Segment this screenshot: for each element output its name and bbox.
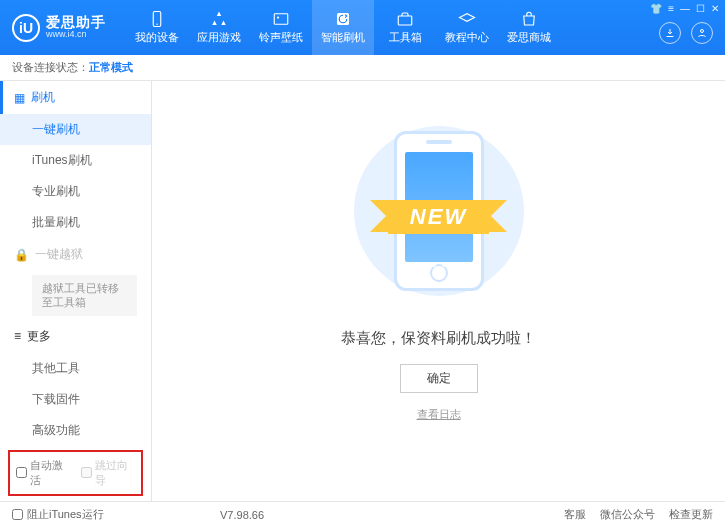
skin-icon[interactable]: 👕 <box>650 3 662 14</box>
download-button[interactable] <box>659 22 681 44</box>
menu-icon[interactable]: ≡ <box>668 3 674 14</box>
app-header: iU 爱思助手 www.i4.cn 我的设备 应用游戏 铃声壁纸 智能刷机 工具… <box>0 0 725 55</box>
new-ribbon: NEW <box>388 200 489 234</box>
ok-button[interactable]: 确定 <box>400 364 478 393</box>
sidebar-item-batch[interactable]: 批量刷机 <box>0 207 151 238</box>
graduation-icon <box>458 10 476 28</box>
jailbreak-note: 越狱工具已转移至工具箱 <box>32 275 137 316</box>
status-label: 设备连接状态： <box>12 60 89 75</box>
more-icon: ≡ <box>14 329 21 343</box>
svg-point-6 <box>701 30 704 33</box>
image-icon <box>272 10 290 28</box>
nav-store[interactable]: 爱思商城 <box>498 0 560 55</box>
auto-activate-checkbox[interactable]: 自动激活 <box>16 458 71 488</box>
logo-block: iU 爱思助手 www.i4.cn <box>0 14 118 42</box>
footer-update[interactable]: 检查更新 <box>669 507 713 522</box>
sidebar: ▦ 刷机 一键刷机 iTunes刷机 专业刷机 批量刷机 🔒 一键越狱 越狱工具… <box>0 81 152 501</box>
window-controls: 👕 ≡ — ☐ ✕ <box>650 3 719 14</box>
svg-rect-5 <box>398 16 412 25</box>
success-message: 恭喜您，保资料刷机成功啦！ <box>341 329 536 348</box>
main-content: NEW 恭喜您，保资料刷机成功啦！ 确定 查看日志 <box>152 81 725 501</box>
close-icon[interactable]: ✕ <box>711 3 719 14</box>
status-mode: 正常模式 <box>89 60 133 75</box>
phone-icon <box>148 10 166 28</box>
success-illustration: NEW <box>339 111 539 311</box>
footer-wechat[interactable]: 微信公众号 <box>600 507 655 522</box>
sidebar-group-more[interactable]: ≡ 更多 <box>0 320 151 353</box>
lock-icon: 🔒 <box>14 248 29 262</box>
logo-icon: iU <box>12 14 40 42</box>
user-button[interactable] <box>691 22 713 44</box>
app-title: 爱思助手 <box>46 15 106 30</box>
flash-icon: ▦ <box>14 91 25 105</box>
sidebar-group-flash[interactable]: ▦ 刷机 <box>0 81 151 114</box>
nav-my-device[interactable]: 我的设备 <box>126 0 188 55</box>
nav-tutorials[interactable]: 教程中心 <box>436 0 498 55</box>
version-label: V7.98.66 <box>220 509 264 521</box>
sidebar-item-advanced[interactable]: 高级功能 <box>0 415 151 446</box>
nav-apps[interactable]: 应用游戏 <box>188 0 250 55</box>
options-highlight-box: 自动激活 跳过向导 <box>8 450 143 496</box>
minimize-icon[interactable]: — <box>680 3 690 14</box>
skip-setup-checkbox[interactable]: 跳过向导 <box>81 458 136 488</box>
app-url: www.i4.cn <box>46 30 106 40</box>
block-itunes-checkbox[interactable]: 阻止iTunes运行 <box>12 507 104 522</box>
sidebar-group-jailbreak: 🔒 一键越狱 <box>0 238 151 271</box>
refresh-icon <box>334 10 352 28</box>
bag-icon <box>520 10 538 28</box>
sidebar-item-oneclick[interactable]: 一键刷机 <box>0 114 151 145</box>
footer: 阻止iTunes运行 V7.98.66 客服 微信公众号 检查更新 <box>0 501 725 527</box>
sidebar-item-firmware[interactable]: 下载固件 <box>0 384 151 415</box>
top-nav: 我的设备 应用游戏 铃声壁纸 智能刷机 工具箱 教程中心 爱思商城 <box>126 0 560 55</box>
maximize-icon[interactable]: ☐ <box>696 3 705 14</box>
nav-flash[interactable]: 智能刷机 <box>312 0 374 55</box>
nav-toolbox[interactable]: 工具箱 <box>374 0 436 55</box>
apps-icon <box>210 10 228 28</box>
view-log-link[interactable]: 查看日志 <box>417 407 461 422</box>
svg-point-1 <box>156 24 158 26</box>
status-bar: 设备连接状态： 正常模式 <box>0 55 725 81</box>
sidebar-item-pro[interactable]: 专业刷机 <box>0 176 151 207</box>
sidebar-item-itunes[interactable]: iTunes刷机 <box>0 145 151 176</box>
svg-rect-2 <box>274 14 288 25</box>
nav-ringtones[interactable]: 铃声壁纸 <box>250 0 312 55</box>
footer-support[interactable]: 客服 <box>564 507 586 522</box>
svg-point-3 <box>277 16 279 18</box>
toolbox-icon <box>396 10 414 28</box>
sidebar-item-other[interactable]: 其他工具 <box>0 353 151 384</box>
